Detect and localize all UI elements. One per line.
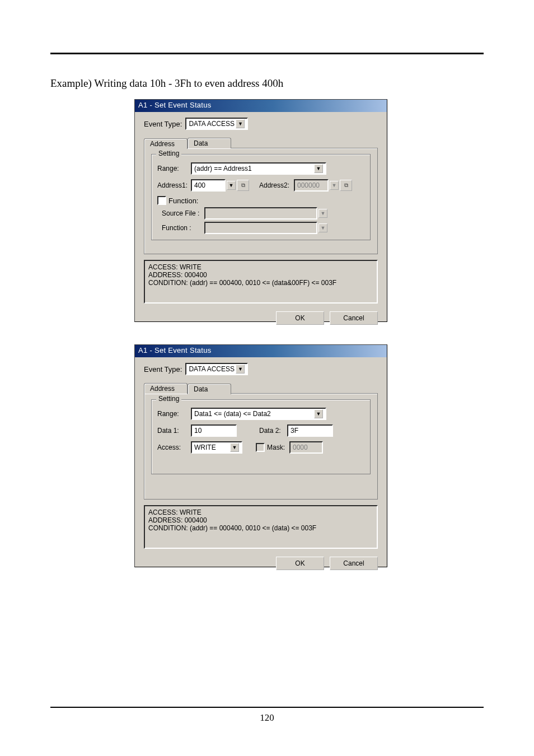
range-label: Range: xyxy=(157,165,191,172)
event-type-value: DATA ACCESS xyxy=(189,365,235,373)
source-file-input xyxy=(204,207,317,220)
tab-address[interactable]: Address xyxy=(144,383,188,394)
access-label: Access: xyxy=(157,444,191,451)
mask-checkbox[interactable] xyxy=(256,443,265,452)
ok-button[interactable]: OK xyxy=(276,311,324,325)
chevron-down-icon: ▼ xyxy=(230,443,239,452)
function-chk-label: Function: xyxy=(168,197,198,205)
browse-icon[interactable]: ⧉ xyxy=(237,180,249,191)
chevron-down-icon[interactable]: ▼ xyxy=(227,181,236,190)
tabstrip: Address Data xyxy=(144,383,378,394)
tab-address[interactable]: Address xyxy=(144,138,188,149)
address1-input[interactable]: 400 xyxy=(191,179,226,192)
chevron-down-icon: ▼ xyxy=(314,164,323,173)
range-combo[interactable]: Data1 <= (data) <= Data2 ▼ xyxy=(191,408,326,420)
setting-legend: Setting xyxy=(156,150,181,157)
function-checkbox[interactable] xyxy=(157,196,166,205)
page-number: 120 xyxy=(0,712,534,724)
example-caption: Example) Writing data 10h - 3Fh to even … xyxy=(50,77,283,90)
data2-label: Data 2: xyxy=(259,427,287,435)
chevron-down-icon: ▼ xyxy=(314,409,323,418)
cancel-button[interactable]: Cancel xyxy=(330,557,378,570)
data2-input[interactable]: 3F xyxy=(287,424,333,437)
data1-label: Data 1: xyxy=(157,427,191,435)
dialog-buttons: OK Cancel xyxy=(135,549,387,570)
tab-container: Address Data Setting Range: Data1 <= (da… xyxy=(144,383,378,500)
tabstrip: Address Data xyxy=(144,138,378,148)
data-panel: Setting Range: Data1 <= (data) <= Data2 … xyxy=(144,393,378,500)
range-value: Data1 <= (data) <= Data2 xyxy=(194,410,271,418)
chevron-down-icon: ▼ xyxy=(236,119,245,128)
chevron-down-icon: ▼ xyxy=(318,209,327,218)
event-type-row: Event Type: DATA ACCESS ▼ xyxy=(135,357,387,375)
event-type-label: Event Type: xyxy=(144,120,182,128)
tab-container: Address Data Setting Range: (addr) == Ad… xyxy=(144,138,378,254)
function-input xyxy=(204,222,317,234)
status-output: ACCESS: WRITE ADDRESS: 000400 CONDITION:… xyxy=(144,260,378,304)
address2-input: 000000 xyxy=(294,179,329,192)
dialog-title: A1 - Set Event Status xyxy=(135,345,387,357)
dialog-address: A1 - Set Event Status Event Type: DATA A… xyxy=(134,99,387,322)
ok-button[interactable]: OK xyxy=(276,557,324,570)
address-panel: Setting Range: (addr) == Address1 ▼ Addr… xyxy=(144,148,378,254)
setting-group: Setting Range: Data1 <= (data) <= Data2 … xyxy=(151,399,371,474)
access-value: WRITE xyxy=(194,444,216,451)
event-type-combo[interactable]: DATA ACCESS ▼ xyxy=(185,118,248,130)
event-type-combo[interactable]: DATA ACCESS ▼ xyxy=(185,363,248,375)
mask-input: 0000 xyxy=(289,441,323,454)
data1-input[interactable]: 10 xyxy=(191,424,237,437)
range-value: (addr) == Address1 xyxy=(194,165,252,172)
event-type-row: Event Type: DATA ACCESS ▼ xyxy=(135,112,387,130)
range-combo[interactable]: (addr) == Address1 ▼ xyxy=(191,162,326,175)
tab-data[interactable]: Data xyxy=(188,384,231,394)
status-output: ACCESS: WRITE ADDRESS: 000400 CONDITION:… xyxy=(144,505,378,549)
dialog-title: A1 - Set Event Status xyxy=(135,100,387,112)
event-type-value: DATA ACCESS xyxy=(189,120,235,128)
address1-label: Address1: xyxy=(157,181,191,189)
access-combo[interactable]: WRITE ▼ xyxy=(191,441,242,454)
dialog-buttons: OK Cancel xyxy=(135,304,387,325)
tab-data[interactable]: Data xyxy=(188,138,231,148)
setting-legend: Setting xyxy=(156,395,181,403)
bottom-rule xyxy=(50,707,484,708)
cancel-button[interactable]: Cancel xyxy=(330,311,378,325)
source-file-label: Source File : xyxy=(162,209,204,217)
function-label: Function : xyxy=(162,224,204,232)
browse-icon: ⧉ xyxy=(340,180,352,191)
mask-label: Mask: xyxy=(267,444,289,451)
setting-group: Setting Range: (addr) == Address1 ▼ Addr… xyxy=(151,154,371,240)
range-label: Range: xyxy=(157,410,191,418)
top-rule xyxy=(50,53,484,54)
chevron-down-icon: ▼ xyxy=(236,365,245,374)
chevron-down-icon: ▼ xyxy=(318,223,327,232)
event-type-label: Event Type: xyxy=(144,365,182,374)
address2-label: Address2: xyxy=(259,181,294,189)
dialog-data: A1 - Set Event Status Event Type: DATA A… xyxy=(134,344,387,567)
chevron-down-icon: ▼ xyxy=(330,181,339,190)
